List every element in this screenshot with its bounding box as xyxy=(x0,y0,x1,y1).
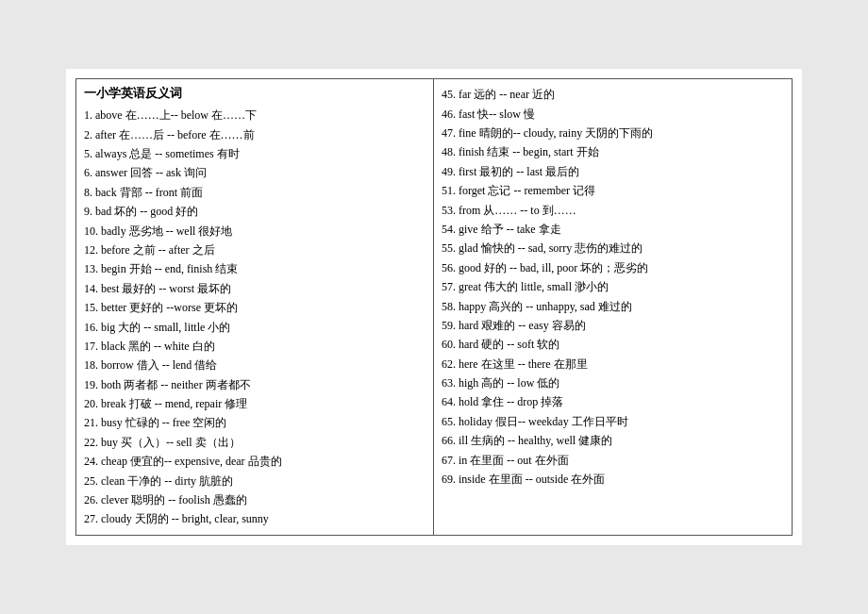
list-item: 22. buy 买（入）-- sell 卖（出） xyxy=(84,433,426,452)
list-item: 63. high 高的 -- low 低的 xyxy=(442,373,784,392)
list-item: 20. break 打破 -- mend, repair 修理 xyxy=(84,394,426,413)
list-item: 27. cloudy 天阴的 -- bright, clear, sunny xyxy=(84,509,426,528)
list-item: 62. here 在这里 -- there 在那里 xyxy=(442,355,784,373)
list-item: 58. happy 高兴的 -- unhappy, sad 难过的 xyxy=(442,297,784,316)
list-item: 53. from 从…… -- to 到…… xyxy=(442,201,784,220)
list-item: 14. best 最好的 -- worst 最坏的 xyxy=(84,279,426,298)
list-item: 18. borrow 借入 -- lend 借给 xyxy=(84,356,426,374)
left-column: 一小学英语反义词 1. above 在……上-- below 在……下2. af… xyxy=(76,79,434,535)
list-item: 56. good 好的 -- bad, ill, poor 坏的；恶劣的 xyxy=(442,258,784,277)
list-item: 24. cheap 便宜的-- expensive, dear 品贵的 xyxy=(84,452,426,471)
list-item: 55. glad 愉快的 -- sad, sorry 悲伤的难过的 xyxy=(442,239,784,257)
list-item: 25. clean 干净的 -- dirty 肮脏的 xyxy=(84,472,426,490)
page-title: 一小学英语反义词 xyxy=(84,85,426,102)
list-item: 19. both 两者都 -- neither 两者都不 xyxy=(84,375,426,394)
list-item: 66. ill 生病的 -- healthy, well 健康的 xyxy=(442,431,784,450)
list-item: 5. always 总是 -- sometimes 有时 xyxy=(84,144,426,163)
list-item: 69. inside 在里面 -- outside 在外面 xyxy=(442,470,784,489)
list-item: 47. fine 晴朗的-- cloudy, rainy 天阴的下雨的 xyxy=(442,124,784,142)
page-container: 一小学英语反义词 1. above 在……上-- below 在……下2. af… xyxy=(66,69,802,545)
list-item: 26. clever 聪明的 -- foolish 愚蠢的 xyxy=(84,490,426,509)
list-item: 45. far 远的 -- near 近的 xyxy=(442,85,784,104)
list-item: 12. before 之前 -- after 之后 xyxy=(84,241,426,259)
list-item: 57. great 伟大的 little, small 渺小的 xyxy=(442,277,784,296)
list-item: 48. finish 结束 -- begin, start 开始 xyxy=(442,142,784,161)
list-item: 15. better 更好的 --worse 更坏的 xyxy=(84,298,426,317)
list-item: 46. fast 快-- slow 慢 xyxy=(442,105,784,124)
list-item: 60. hard 硬的 -- soft 软的 xyxy=(442,335,784,354)
list-item: 16. big 大的 -- small, little 小的 xyxy=(84,318,426,337)
list-item: 54. give 给予 -- take 拿走 xyxy=(442,220,784,239)
list-item: 59. hard 艰难的 -- easy 容易的 xyxy=(442,316,784,335)
list-item: 10. badly 恶劣地 -- well 很好地 xyxy=(84,222,426,241)
right-entries: 45. far 远的 -- near 近的46. fast 快-- slow 慢… xyxy=(442,85,784,489)
list-item: 67. in 在里面 -- out 在外面 xyxy=(442,451,784,470)
list-item: 21. busy 忙碌的 -- free 空闲的 xyxy=(84,413,426,432)
content-box: 一小学英语反义词 1. above 在……上-- below 在……下2. af… xyxy=(75,78,793,536)
list-item: 9. bad 坏的 -- good 好的 xyxy=(84,202,426,221)
right-column: 45. far 远的 -- near 近的46. fast 快-- slow 慢… xyxy=(434,79,792,535)
list-item: 8. back 背部 -- front 前面 xyxy=(84,183,426,202)
list-item: 1. above 在……上-- below 在……下 xyxy=(84,106,426,124)
list-item: 2. after 在……后 -- before 在……前 xyxy=(84,125,426,144)
list-item: 6. answer 回答 -- ask 询问 xyxy=(84,163,426,182)
list-item: 51. forget 忘记 -- remember 记得 xyxy=(442,181,784,200)
left-entries: 1. above 在……上-- below 在……下2. after 在……后 … xyxy=(84,106,426,529)
list-item: 49. first 最初的 -- last 最后的 xyxy=(442,162,784,181)
list-item: 17. black 黑的 -- white 白的 xyxy=(84,337,426,356)
list-item: 13. begin 开始 -- end, finish 结束 xyxy=(84,259,426,278)
list-item: 64. hold 拿住 -- drop 掉落 xyxy=(442,392,784,411)
list-item: 65. holiday 假日-- weekday 工作日平时 xyxy=(442,412,784,431)
